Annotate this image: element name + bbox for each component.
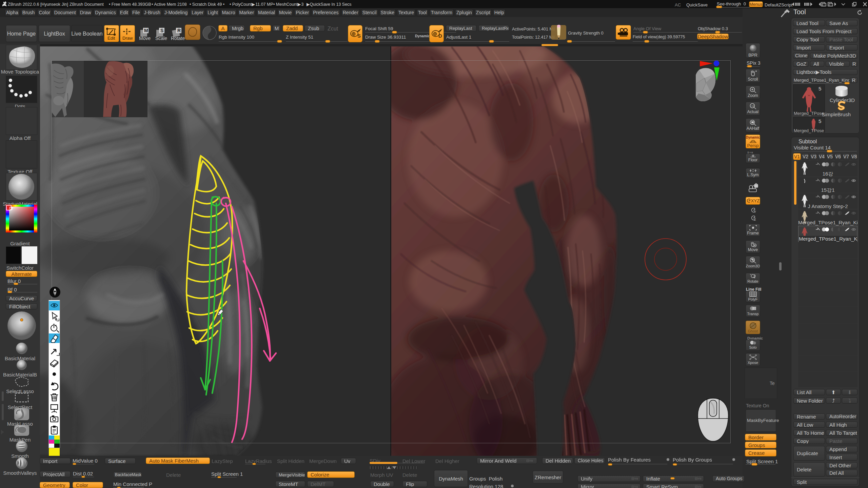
svg-text:Edit: Edit [107,36,115,41]
svg-text:D: D [438,33,442,39]
svg-text:R: R [177,28,181,33]
svg-text:Draw: Draw [122,36,133,41]
svg-text:Z: Z [754,218,756,221]
svg-text:M: M [144,28,148,33]
svg-text:Scale: Scale [155,36,167,41]
svg-text:Y: Y [754,210,756,214]
svg-text:S: S [160,28,163,33]
svg-text:Move: Move [139,36,151,41]
svg-text:Rotate: Rotate [171,36,185,41]
svg-text:S: S [357,33,361,39]
svg-text:x1: x1 [751,104,754,107]
